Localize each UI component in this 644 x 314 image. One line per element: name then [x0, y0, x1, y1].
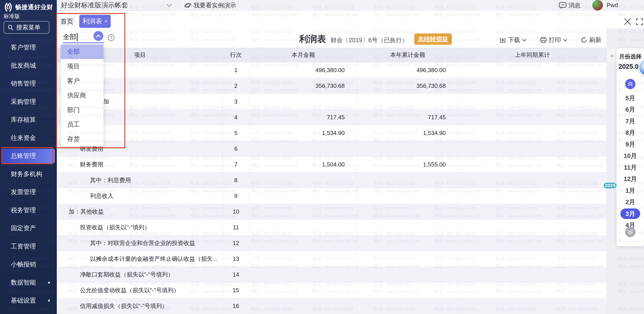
sidebar-item-库存核算[interactable]: 库存核算: [0, 111, 57, 129]
filter-option-客户[interactable]: 客户: [61, 74, 104, 88]
close-icon[interactable]: [623, 17, 632, 26]
table-row[interactable]: 信用减值损失（损失以"-"号填列）16: [58, 298, 606, 314]
month-item-11月[interactable]: 11月: [616, 162, 644, 174]
search-icon: [8, 24, 14, 30]
month-item-12月[interactable]: 12月: [616, 174, 644, 185]
help-icon[interactable]: ?: [108, 34, 114, 41]
report-subtitle: 财会〔2019〕6号（已执行）: [330, 36, 408, 44]
table-row[interactable]: 净敞口套期收益（损失以"-"号填列）14: [58, 267, 606, 282]
sidebar-item-批发商城[interactable]: 批发商城: [0, 56, 57, 75]
table-row[interactable]: 加：其他收益10: [58, 204, 606, 220]
fullscreen-icon[interactable]: [636, 18, 643, 25]
dimension-filter-input[interactable]: 全部: [63, 32, 78, 42]
tab-home[interactable]: 首页: [58, 16, 76, 28]
month-item-8月[interactable]: 8月: [616, 127, 644, 139]
month-item-7月[interactable]: 7月: [616, 116, 644, 127]
refresh-button[interactable]: 刷新: [581, 36, 601, 44]
sidebar-item-数据智能[interactable]: 数据智能▾: [0, 274, 57, 292]
filter-option-项目[interactable]: 项目: [61, 59, 104, 74]
table-row[interactable]: 税金及附加3: [58, 94, 606, 110]
table-row[interactable]: 减：营业成本2356,730.68356,730.68: [58, 78, 606, 94]
month-item-10月[interactable]: 10月: [616, 150, 644, 162]
filter-collapse-button[interactable]: [94, 31, 103, 41]
sidebar-item-财务多机构[interactable]: 财务多机构: [0, 165, 57, 183]
sidebar-item-固定资产[interactable]: 固定资产: [0, 219, 57, 238]
filter-value: 全部: [63, 32, 76, 42]
table-row[interactable]: 一、营业收入1496,380.00496,380.00: [58, 62, 606, 78]
month-item-9月[interactable]: 9月: [616, 138, 644, 150]
account-name: 好业财标准版演示帐套: [61, 1, 128, 10]
sidebar-item-总账管理[interactable]: 总账管理: [0, 147, 57, 165]
table-row[interactable]: 公允价值变动收益（损失以"-"号填列）15: [58, 282, 606, 298]
table-row[interactable]: 其中：利息费用8: [58, 172, 606, 188]
brand-logo-icon: [3, 2, 14, 12]
scroll-up-button[interactable]: [625, 79, 636, 89]
sidebar-item-label: 总账管理: [11, 152, 36, 160]
ytd-cell: [357, 172, 458, 188]
filter-dropdown-menu: 全部项目客户供应商部门员工存货: [61, 44, 104, 146]
table-row[interactable]: 利息收入9: [58, 188, 606, 204]
sidebar-search[interactable]: 搜索菜单: [4, 21, 50, 34]
messages-button[interactable]: 消息: [559, 1, 580, 10]
ytd-cell: 717.45: [357, 110, 458, 125]
tab-income-statement[interactable]: 利润表 ×: [79, 15, 111, 28]
sidebar-item-工资管理[interactable]: 工资管理: [0, 238, 57, 256]
sidebar-item-客户管理[interactable]: 客户管理: [0, 38, 57, 56]
sidebar-item-小畅报销[interactable]: 小畅报销: [0, 256, 57, 274]
topbar: 好业财标准版演示帐套 我要看实例演示 消息: [57, 0, 644, 11]
table-row[interactable]: 财务费用71,504.001,555.00: [58, 157, 606, 172]
line-number-cell: 8: [222, 172, 250, 188]
sidebar-item-采购管理[interactable]: 采购管理: [0, 93, 57, 111]
table-row[interactable]: 投资收益（损失以"-"填列）11: [58, 220, 606, 236]
line-number-cell: 5: [222, 125, 250, 141]
ytd-cell: [357, 220, 458, 236]
month-item-3月[interactable]: 3月: [616, 208, 644, 220]
table-row[interactable]: 研发费用6: [58, 141, 606, 157]
text-cursor: [77, 33, 78, 41]
item-cell: 其中：对联营企业和合营企业的投资收益: [58, 236, 222, 251]
ytd-cell: 496,380.00: [357, 62, 458, 78]
avatar[interactable]: [592, 0, 603, 10]
print-label: 打印: [549, 36, 561, 44]
month-item-2月[interactable]: 2月: [616, 196, 644, 208]
filter-option-供应商[interactable]: 供应商: [61, 88, 104, 103]
table-row[interactable]: 其中：对联营企业和合营企业的投资收益12: [58, 236, 606, 251]
sidebar-item-税务管理[interactable]: 税务管理: [0, 201, 57, 220]
chevron-down-icon: [563, 39, 568, 42]
ytd-cell: 1,534.90: [357, 125, 458, 141]
table-row[interactable]: 管理费用51,534.901,534.90: [58, 125, 606, 141]
month-item-6月[interactable]: 6月: [616, 104, 644, 116]
table-row[interactable]: 销售费用4717.45717.45: [58, 110, 606, 125]
sidebar-item-基础设置[interactable]: 基础设置▾: [0, 292, 57, 310]
sidebar-item-label: 往来资金: [11, 134, 36, 142]
filter-option-员工[interactable]: 员工: [61, 117, 104, 132]
filter-option-部门[interactable]: 部门: [61, 103, 104, 117]
account-select[interactable]: 好业财标准版演示帐套: [61, 1, 172, 10]
filter-option-存货[interactable]: 存货: [61, 132, 104, 146]
unposted-pnl-badge[interactable]: 未结转损益: [414, 34, 452, 45]
prior-year-cell: [458, 125, 606, 141]
prior-year-cell: [458, 236, 606, 251]
table-row[interactable]: 以摊余成本计量的金融资产终止确认收益（损失...13: [58, 251, 606, 267]
sidebar-item-label: 批发商城: [11, 61, 36, 70]
panel-collapse-button[interactable]: »: [607, 48, 617, 62]
sidebar-item-发票管理[interactable]: 发票管理: [0, 183, 57, 201]
sidebar-item-label: 固定资产: [11, 224, 36, 232]
current-month-cell: [250, 188, 357, 204]
sidebar-item-label: 库存核算: [11, 116, 36, 124]
sidebar-item-销售管理[interactable]: 销售管理: [0, 74, 57, 93]
download-button[interactable]: 下载: [500, 36, 526, 44]
filter-option-全部[interactable]: 全部: [61, 44, 104, 59]
scroll-down-button[interactable]: [625, 227, 636, 237]
month-item-1月[interactable]: 1月: [616, 185, 644, 196]
line-number-cell: 16: [222, 298, 250, 314]
sidebar-item-往来资金[interactable]: 往来资金: [0, 129, 57, 147]
tab-close-icon[interactable]: ×: [104, 18, 107, 24]
sidebar-item-label: 工资管理: [11, 242, 36, 251]
print-button[interactable]: 打印: [540, 36, 568, 44]
demo-link[interactable]: 我要看实例演示: [184, 1, 236, 10]
item-cell: 信用减值损失（损失以"-"号填列）: [58, 298, 222, 314]
prior-year-cell: [458, 298, 606, 314]
month-item-5月[interactable]: 5月: [616, 92, 644, 104]
line-number-cell: 7: [222, 157, 250, 172]
